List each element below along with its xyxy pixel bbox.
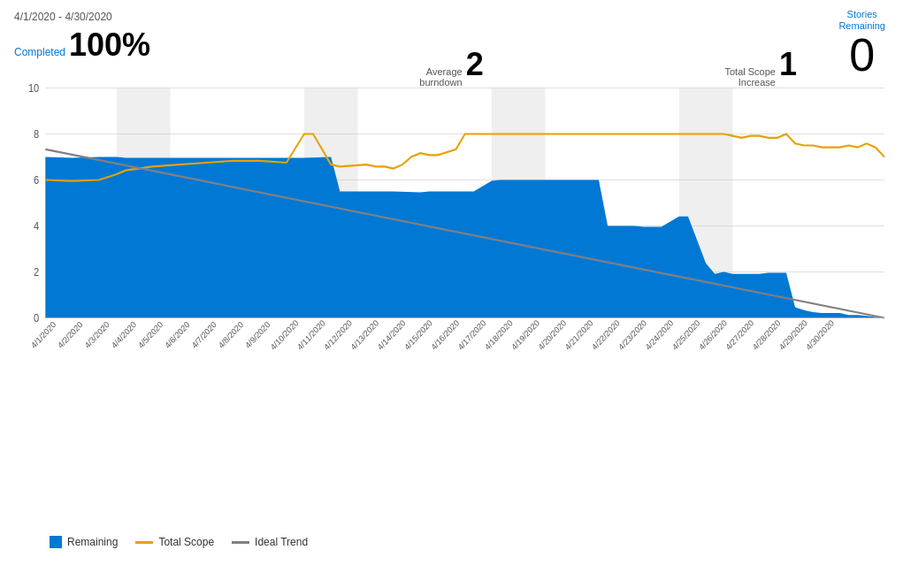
svg-text:4/20/2020: 4/20/2020 — [536, 317, 568, 352]
svg-text:4/2/2020: 4/2/2020 — [56, 319, 84, 350]
completed-stat: Completed 100% — [14, 27, 150, 64]
remaining-legend-label: Remaining — [67, 536, 118, 548]
svg-text:4/5/2020: 4/5/2020 — [136, 319, 165, 350]
svg-text:4/25/2020: 4/25/2020 — [670, 317, 702, 352]
svg-text:4/16/2020: 4/16/2020 — [429, 317, 461, 352]
remaining-area — [45, 157, 884, 318]
svg-text:4/24/2020: 4/24/2020 — [643, 317, 675, 352]
ideal-trend-color-swatch — [232, 541, 249, 544]
svg-text:4/6/2020: 4/6/2020 — [163, 319, 191, 350]
remaining-color-swatch — [50, 536, 62, 548]
date-range: 4/1/2020 - 4/30/2020 — [14, 11, 889, 23]
svg-text:4/13/2020: 4/13/2020 — [348, 317, 380, 352]
legend-total-scope: Total Scope — [135, 536, 214, 548]
completed-label: Completed — [14, 46, 65, 58]
svg-text:4/11/2020: 4/11/2020 — [295, 317, 327, 352]
svg-text:4/10/2020: 4/10/2020 — [268, 317, 300, 352]
svg-text:4/28/2020: 4/28/2020 — [750, 317, 782, 352]
svg-text:4/9/2020: 4/9/2020 — [243, 319, 272, 350]
svg-text:4/4/2020: 4/4/2020 — [110, 319, 138, 350]
ideal-trend-legend-label: Ideal Trend — [255, 536, 308, 548]
total-scope-color-swatch — [135, 541, 153, 544]
svg-text:6: 6 — [34, 174, 39, 185]
burndown-chart-container: 4/1/2020 - 4/30/2020 StoriesRemaining 0 … — [0, 0, 903, 588]
svg-text:4/19/2020: 4/19/2020 — [509, 317, 541, 352]
svg-text:4/12/2020: 4/12/2020 — [322, 317, 354, 352]
svg-text:4/7/2020: 4/7/2020 — [189, 319, 218, 350]
svg-text:4/26/2020: 4/26/2020 — [697, 317, 729, 352]
svg-text:4/3/2020: 4/3/2020 — [82, 319, 111, 350]
chart-legend: Remaining Total Scope Ideal Trend — [14, 536, 889, 548]
svg-text:4/8/2020: 4/8/2020 — [217, 319, 245, 350]
svg-text:4/22/2020: 4/22/2020 — [590, 317, 622, 352]
svg-text:4/29/2020: 4/29/2020 — [777, 317, 809, 352]
svg-text:0: 0 — [34, 312, 39, 323]
svg-text:10: 10 — [28, 82, 39, 93]
stories-remaining-widget: StoriesRemaining 0 — [838, 9, 885, 78]
legend-remaining: Remaining — [50, 536, 118, 548]
svg-text:4/23/2020: 4/23/2020 — [616, 317, 648, 352]
svg-text:4/15/2020: 4/15/2020 — [402, 317, 434, 352]
svg-text:4/30/2020: 4/30/2020 — [804, 317, 836, 352]
chart-area: 10 8 6 4 2 0 — [14, 71, 889, 531]
total-scope-legend-label: Total Scope — [158, 536, 214, 548]
svg-text:8: 8 — [34, 128, 39, 139]
svg-text:4: 4 — [34, 220, 40, 231]
completed-value: 100% — [69, 27, 150, 64]
svg-text:4/1/2020: 4/1/2020 — [29, 319, 57, 350]
svg-text:4/27/2020: 4/27/2020 — [723, 317, 755, 352]
chart-svg: 10 8 6 4 2 0 — [14, 71, 889, 531]
svg-text:4/18/2020: 4/18/2020 — [483, 317, 515, 352]
svg-text:4/17/2020: 4/17/2020 — [455, 317, 487, 352]
svg-text:2: 2 — [34, 266, 39, 277]
svg-text:4/21/2020: 4/21/2020 — [562, 317, 594, 352]
legend-ideal-trend: Ideal Trend — [232, 536, 308, 548]
svg-text:4/14/2020: 4/14/2020 — [376, 317, 408, 352]
